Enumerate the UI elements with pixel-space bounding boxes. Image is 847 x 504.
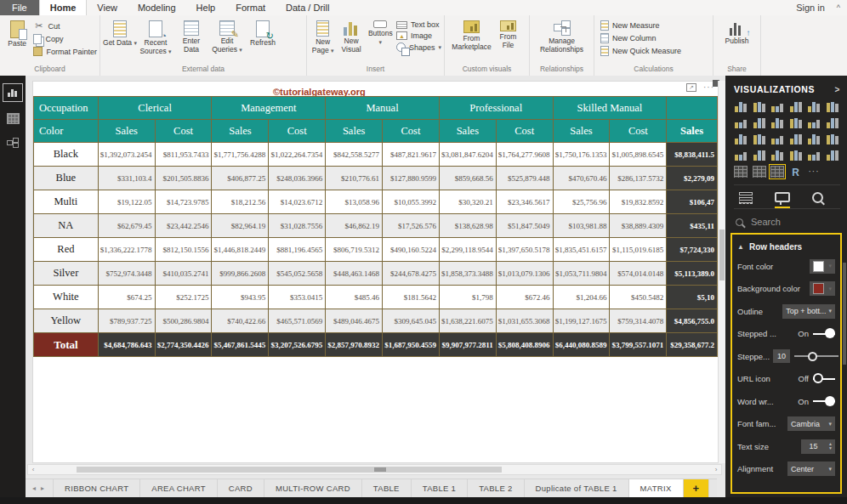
matrix-cell[interactable]: $943.95 (212, 286, 269, 309)
matrix-cell[interactable]: $2,299,118.9544 (439, 238, 496, 262)
viz-line-chart-icon[interactable] (734, 117, 748, 129)
matrix-cell[interactable]: $17,526.576 (383, 214, 440, 238)
page-tab-table[interactable]: TABLE (362, 479, 412, 497)
from-marketplace-button[interactable]: From Marketplace (452, 19, 492, 52)
menu-tab-view[interactable]: View (87, 0, 128, 15)
matrix-cell[interactable]: $181.5642 (383, 286, 440, 309)
visual-vertical-scrollbar[interactable] (718, 81, 725, 463)
viz-area-chart-icon[interactable] (753, 117, 766, 129)
matrix-cell[interactable]: $740,422.66 (212, 309, 269, 333)
matrix-subheader-management-cost[interactable]: Cost (269, 120, 326, 143)
matrix-subheader-skilled-manual-sales[interactable]: Sales (553, 120, 610, 143)
viz-multi-row-card-icon[interactable] (807, 150, 821, 161)
text-box-button[interactable]: Text box (396, 20, 441, 29)
matrix-cell[interactable]: $525,879.448 (496, 167, 553, 190)
background-color-picker[interactable]: ▾ (810, 281, 835, 296)
matrix-cell[interactable]: $545,052.5658 (269, 262, 326, 286)
matrix-subheader-manual-cost[interactable]: Cost (383, 120, 440, 143)
matrix-cell[interactable]: $859,668.56 (439, 167, 496, 190)
viz-matrix-icon[interactable] (770, 166, 784, 178)
format-tab[interactable] (775, 192, 790, 208)
matrix-cell[interactable]: $210,776.61 (326, 167, 383, 190)
matrix-cell[interactable]: $248,036.3966 (269, 167, 326, 190)
matrix-subheader-skilled-manual-cost[interactable]: Cost (610, 120, 667, 143)
viz-line-and-clustered-column-chart-icon[interactable] (789, 117, 803, 129)
matrix-row-header-multi[interactable]: Multi (34, 190, 99, 214)
matrix-cell[interactable]: $31,028.7556 (269, 214, 326, 238)
matrix-cell[interactable]: $1,022,264.7354 (269, 143, 326, 167)
matrix-cell[interactable]: $286,137.5732 (610, 167, 667, 190)
matrix-visual[interactable]: ↗ ··· ©tutorialgateway.org OccupationCle… (32, 81, 719, 463)
matrix-cell[interactable]: $23,442.2546 (155, 214, 212, 238)
matrix-cell[interactable]: $5,113,389.0 (667, 262, 718, 286)
font-color-picker[interactable]: ▾ (810, 259, 835, 274)
format-painter-button[interactable]: Format Painter (33, 47, 97, 56)
matrix-cell[interactable]: $353.0415 (269, 286, 326, 309)
matrix-cell[interactable]: $5,467,861.5445 (212, 333, 269, 357)
viz-card-icon[interactable] (789, 150, 803, 161)
viz-stacked-column-chart-icon[interactable] (753, 101, 766, 113)
viz-kpi-icon[interactable] (826, 150, 839, 161)
matrix-cell[interactable]: $1,858,373.3488 (439, 262, 496, 286)
matrix-cell[interactable]: $8,838,411.5 (667, 143, 718, 167)
search-input[interactable] (749, 216, 829, 228)
matrix-cell[interactable]: $881,196.4565 (269, 238, 326, 262)
matrix-cell[interactable]: $812,150.1556 (155, 238, 212, 262)
stepped-indent-slider[interactable] (794, 351, 838, 362)
matrix-cell[interactable]: $1,031,655.3068 (496, 309, 553, 333)
matrix-cell[interactable]: $672.46 (496, 286, 553, 309)
matrix-cell[interactable]: $2,774,350.4426 (155, 333, 212, 357)
matrix-cell[interactable]: $450.5482 (610, 286, 667, 309)
new-page-button[interactable]: + (684, 479, 710, 497)
matrix-cell[interactable]: $3,081,847.6204 (439, 143, 496, 167)
viz-100-stacked-bar-chart-icon[interactable] (807, 101, 821, 113)
viz-r-script-icon[interactable]: R (789, 166, 803, 178)
matrix-cell[interactable]: $410,035.2741 (155, 262, 212, 286)
matrix-column-field-header[interactable]: Color (34, 120, 99, 143)
viz-stacked-area-chart-icon[interactable] (770, 117, 784, 129)
refresh-button[interactable]: ↻ Refresh (246, 19, 280, 48)
matrix-cell[interactable]: $13,058.96 (326, 190, 383, 214)
alignment-dropdown[interactable]: Center▾ (787, 462, 835, 476)
cut-button[interactable]: ✂Cut (33, 20, 97, 31)
matrix-cell[interactable]: $3,207,526.6795 (269, 333, 326, 357)
matrix-cell[interactable]: $29,358,677.2 (667, 333, 718, 357)
model-view-button[interactable] (3, 134, 22, 151)
from-file-button[interactable]: From File (494, 19, 523, 50)
matrix-cell[interactable]: $759,314.4078 (610, 309, 667, 333)
matrix-cell[interactable]: $789,937.725 (98, 309, 155, 333)
matrix-cell[interactable]: $435,11 (667, 214, 718, 238)
viz-slicer-icon[interactable] (734, 166, 748, 178)
matrix-row-header-red[interactable]: Red (34, 238, 99, 262)
matrix-cell[interactable]: $674.25 (98, 286, 155, 309)
menu-tab-data-drill[interactable]: Data / Drill (276, 0, 339, 15)
viz-filled-map-icon[interactable] (734, 150, 748, 161)
stepped-layout-toggle[interactable] (813, 328, 835, 339)
matrix-cell[interactable]: $1,336,222.1778 (98, 238, 155, 262)
matrix-cell[interactable]: $1,638,221.6075 (439, 309, 496, 333)
matrix-cell[interactable]: $1,199,127.1675 (553, 309, 610, 333)
matrix-subheader-clerical-sales[interactable]: Sales (98, 120, 155, 143)
matrix-row-header-blue[interactable]: Blue (34, 167, 99, 190)
viz-map-icon[interactable] (826, 133, 839, 145)
page-tab-table-1[interactable]: TABLE 1 (412, 479, 468, 497)
scrollbar-thumb[interactable] (374, 467, 386, 472)
viz-scatter-chart-icon[interactable] (753, 133, 766, 145)
fields-tab[interactable] (739, 192, 753, 208)
matrix-group-header-clerical[interactable]: Clerical (98, 97, 212, 120)
matrix-cell[interactable]: $51,847.5049 (496, 214, 553, 238)
collapse-pane-icon[interactable]: > (835, 85, 840, 94)
matrix-cell[interactable]: $1,397,650.5178 (496, 238, 553, 262)
text-size-stepper[interactable]: 15▲▼ (801, 439, 835, 454)
menu-tab-format[interactable]: Format (225, 0, 276, 15)
matrix-cell[interactable]: $470,670.46 (553, 167, 610, 190)
matrix-cell[interactable]: $1,798 (439, 286, 496, 309)
menu-tab-home[interactable]: Home (39, 0, 88, 15)
matrix-cell[interactable]: $331,103.4 (98, 167, 155, 190)
matrix-cell[interactable]: $23,346.5617 (496, 190, 553, 214)
page-tab-duplicate-of-table-1[interactable]: Duplicate of TABLE 1 (525, 479, 629, 497)
viz-pie-chart-icon[interactable] (770, 133, 784, 145)
matrix-cell[interactable]: $2,279,09 (667, 167, 718, 190)
matrix-cell[interactable]: $82,964.19 (212, 214, 269, 238)
get-data-button[interactable]: Get Data ▾ (103, 19, 137, 48)
